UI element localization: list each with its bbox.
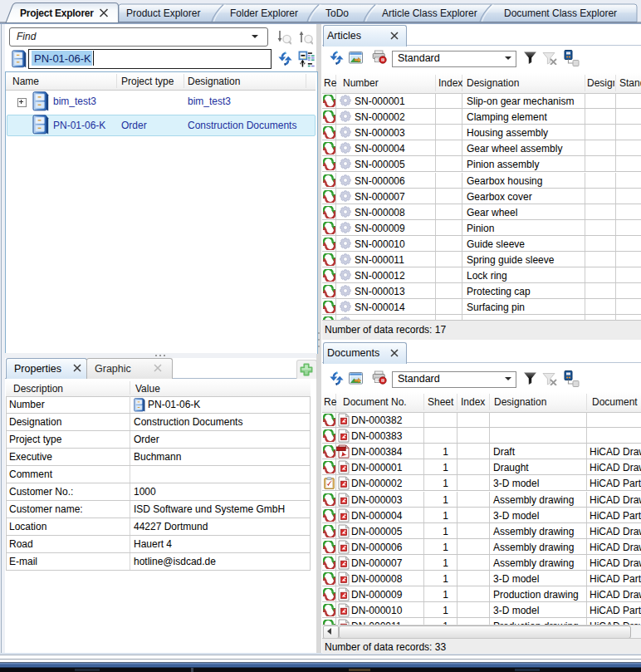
svg-text:Project Explorer: Project Explorer xyxy=(20,7,94,19)
svg-text:Folder Explorer: Folder Explorer xyxy=(230,7,298,19)
svg-text:Product Explorer: Product Explorer xyxy=(126,7,200,19)
svg-text:Article Class Explorer: Article Class Explorer xyxy=(382,7,477,19)
svg-text:Document Class Explorer: Document Class Explorer xyxy=(504,7,617,19)
svg-text:ToDo: ToDo xyxy=(325,7,349,19)
